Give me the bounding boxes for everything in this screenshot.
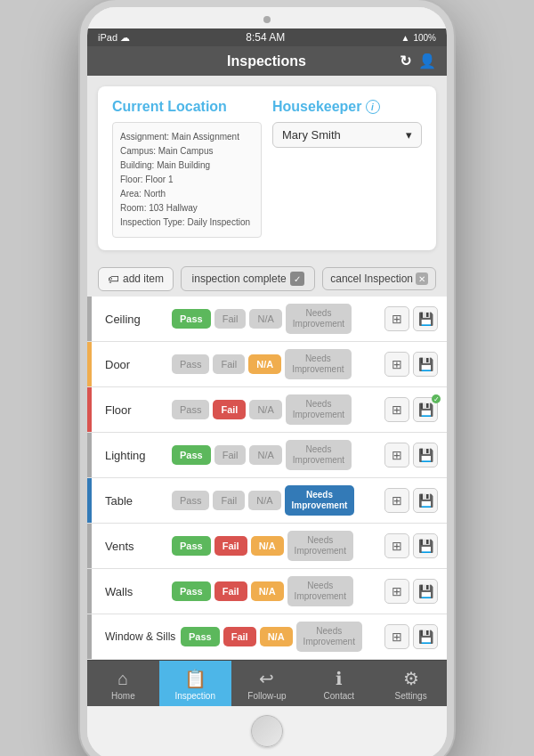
add-photo-button[interactable]: ⊞	[384, 306, 409, 331]
refresh-icon[interactable]: ↻	[400, 53, 411, 69]
color-bar	[87, 387, 92, 432]
add-photo-button[interactable]: ⊞	[384, 533, 409, 558]
nav-item-followup[interactable]: ↩ Follow-up	[231, 661, 303, 706]
table-row: Window & Sills Pass Fail N/A NeedsImprov…	[87, 614, 447, 660]
signal-icon: ▲	[401, 33, 410, 43]
fail-button[interactable]: Fail	[214, 536, 247, 556]
color-bar	[87, 342, 92, 386]
fail-button[interactable]: Fail	[214, 445, 247, 465]
table-row: Floor Pass Fail N/A NeedsImprovement ⊞ 💾…	[87, 387, 447, 433]
item-name: Walls	[105, 585, 172, 598]
na-button[interactable]: N/A	[248, 354, 281, 374]
save-button[interactable]: 💾	[413, 352, 438, 377]
needs-improvement-button[interactable]: NeedsImprovement	[287, 576, 353, 606]
home-button[interactable]	[251, 715, 283, 747]
needs-improvement-button[interactable]: NeedsImprovement	[287, 531, 353, 561]
item-buttons: Pass Fail N/A NeedsImprovement	[172, 304, 381, 334]
na-button[interactable]: N/A	[251, 581, 284, 601]
needs-improvement-button[interactable]: NeedsImprovement	[286, 394, 352, 425]
save-button[interactable]: 💾	[413, 579, 438, 604]
needs-improvement-button[interactable]: NeedsImprovement	[296, 622, 362, 652]
item-buttons: Pass Fail N/A NeedsImprovement	[181, 622, 381, 652]
inspection-complete-button[interactable]: inspection complete ✓	[181, 266, 315, 291]
tablet-device: iPad ☁ 8:54 AM ▲ 100% Inspections ↻ 👤 Cu…	[80, 0, 454, 756]
inspection-label: Inspection	[174, 691, 215, 701]
add-item-button[interactable]: 🏷 add item	[98, 267, 174, 291]
fail-button[interactable]: Fail	[214, 309, 247, 329]
item-name: Vents	[105, 540, 172, 553]
pass-button[interactable]: Pass	[172, 354, 209, 374]
status-time: 8:54 AM	[246, 31, 285, 44]
na-button[interactable]: N/A	[251, 536, 284, 556]
pass-button[interactable]: Pass	[172, 309, 211, 329]
bottom-nav: ⌂ Home 📋 Inspection ↩ Follow-up ℹ Contac…	[87, 660, 447, 706]
needs-improvement-button[interactable]: NeedsImprovement	[285, 485, 355, 516]
color-bar	[87, 569, 92, 614]
needs-improvement-button[interactable]: NeedsImprovement	[285, 349, 351, 379]
pass-button[interactable]: Pass	[181, 627, 220, 646]
item-buttons: Pass Fail N/A NeedsImprovement	[172, 394, 381, 425]
save-button[interactable]: 💾 ✓	[413, 397, 438, 422]
add-photo-button[interactable]: ⊞	[384, 352, 409, 377]
nav-item-contact[interactable]: ℹ Contact	[303, 661, 375, 706]
fail-button[interactable]: Fail	[223, 627, 256, 646]
location-info: Assignment: Main Assignment Campus: Main…	[112, 122, 262, 238]
needs-improvement-button[interactable]: NeedsImprovement	[286, 440, 352, 470]
action-bar: 🏷 add item inspection complete ✓ cancel …	[87, 261, 447, 297]
add-photo-button[interactable]: ⊞	[384, 579, 409, 604]
save-button[interactable]: 💾	[413, 488, 438, 513]
fail-button[interactable]: Fail	[213, 491, 245, 510]
item-name: Window & Sills	[105, 630, 181, 643]
assignment-line: Assignment: Main Assignment	[120, 130, 254, 144]
color-bar	[87, 433, 92, 477]
item-actions: ⊞ 💾	[384, 579, 438, 604]
battery-label: 100%	[413, 33, 436, 43]
nav-item-home[interactable]: ⌂ Home	[87, 661, 159, 706]
na-button[interactable]: N/A	[248, 491, 280, 510]
followup-icon: ↩	[259, 668, 274, 689]
tablet-screen: iPad ☁ 8:54 AM ▲ 100% Inspections ↻ 👤 Cu…	[87, 28, 447, 706]
item-name: Floor	[105, 403, 172, 417]
na-button[interactable]: N/A	[249, 309, 281, 329]
cancel-inspection-button[interactable]: cancel Inspection ✕	[322, 267, 436, 290]
pass-button[interactable]: Pass	[172, 400, 209, 419]
save-button[interactable]: 💾	[413, 306, 438, 331]
na-button[interactable]: N/A	[249, 400, 281, 419]
add-photo-button[interactable]: ⊞	[384, 624, 409, 649]
nav-item-inspection[interactable]: 📋 Inspection	[159, 661, 231, 706]
fail-button[interactable]: Fail	[213, 354, 245, 374]
housekeeper-info-icon[interactable]: i	[366, 100, 380, 114]
save-button[interactable]: 💾	[413, 443, 438, 467]
save-button[interactable]: 💾	[413, 533, 438, 558]
na-button[interactable]: N/A	[249, 445, 281, 465]
na-button[interactable]: N/A	[260, 627, 293, 646]
pass-button[interactable]: Pass	[172, 581, 211, 601]
pass-button[interactable]: Pass	[172, 491, 209, 510]
tablet-camera	[263, 16, 271, 23]
needs-improvement-button[interactable]: NeedsImprovement	[286, 304, 352, 334]
campus-line: Campus: Main Campus	[120, 144, 254, 159]
tablet-top-bar	[87, 7, 447, 28]
pass-button[interactable]: Pass	[172, 536, 211, 556]
fail-button[interactable]: Fail	[214, 581, 247, 601]
inspection-items-list: Ceiling Pass Fail N/A NeedsImprovement ⊞…	[87, 297, 447, 660]
nav-item-settings[interactable]: ⚙ Settings	[375, 661, 447, 706]
item-buttons: Pass Fail N/A NeedsImprovement	[172, 349, 381, 379]
add-photo-button[interactable]: ⊞	[384, 488, 409, 513]
save-button[interactable]: 💾	[413, 624, 438, 649]
profile-icon[interactable]: 👤	[418, 53, 436, 69]
item-buttons: Pass Fail N/A NeedsImprovement	[172, 440, 381, 470]
add-photo-button[interactable]: ⊞	[384, 443, 409, 467]
item-actions: ⊞ 💾	[384, 533, 438, 558]
housekeeper-dropdown[interactable]: Mary Smith ▾	[272, 122, 422, 148]
housekeeper-title: Housekeeper i	[272, 99, 422, 115]
item-name: Lighting	[105, 449, 172, 462]
item-name: Table	[105, 494, 172, 508]
color-bar	[87, 524, 92, 568]
add-photo-button[interactable]: ⊞	[384, 397, 409, 422]
fail-button[interactable]: Fail	[213, 400, 246, 419]
app-header: Inspections ↻ 👤	[87, 46, 447, 76]
ipad-label: iPad ☁	[98, 32, 130, 44]
item-name: Ceiling	[105, 313, 172, 326]
pass-button[interactable]: Pass	[172, 445, 211, 465]
